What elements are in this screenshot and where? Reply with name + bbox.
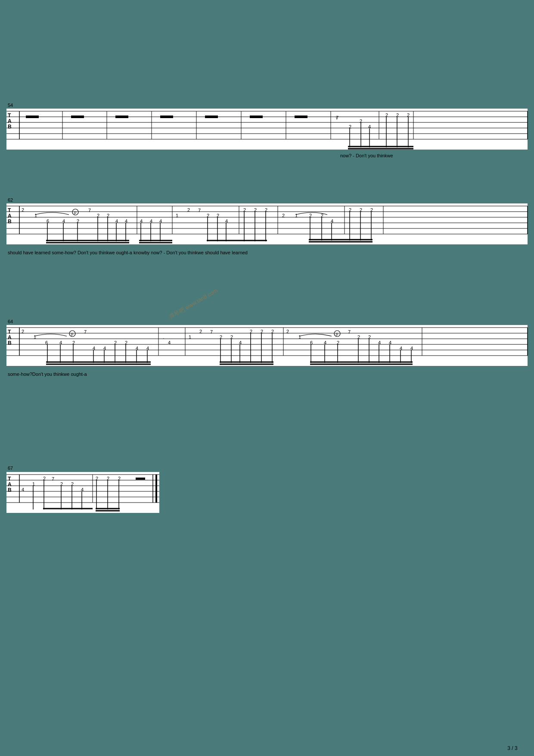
svg-text:2: 2 (282, 213, 285, 218)
svg-text:2: 2 (309, 213, 312, 218)
svg-text:T: T (8, 207, 11, 213)
svg-text:2: 2 (217, 213, 219, 218)
svg-text:6: 6 (310, 340, 313, 345)
measure-number-64: 64 (8, 319, 13, 324)
svg-text:4: 4 (239, 340, 242, 345)
svg-text:2: 2 (360, 207, 362, 212)
svg-text:4: 4 (22, 487, 24, 492)
svg-text:2: 2 (250, 329, 252, 334)
svg-text:T: T (8, 476, 11, 482)
svg-text:2: 2 (199, 329, 202, 334)
svg-text:7: 7 (336, 115, 338, 120)
measure-number-67: 67 (8, 465, 13, 471)
svg-text:2: 2 (357, 334, 360, 340)
lyrics-section1: now? - Don't you thinkwe (340, 153, 393, 158)
svg-text:7: 7 (348, 329, 351, 334)
svg-text:2: 2 (349, 124, 351, 129)
svg-text:4: 4 (146, 346, 149, 351)
svg-text:2: 2 (220, 334, 222, 340)
svg-text:2: 2 (125, 340, 127, 345)
svg-text:4: 4 (125, 219, 127, 224)
svg-text:T: T (8, 329, 11, 335)
lyrics-section2: should have learned some-how? Don't you … (8, 250, 248, 255)
svg-text:4: 4 (324, 340, 326, 345)
svg-text:2: 2 (107, 213, 109, 218)
svg-text:2: 2 (71, 481, 74, 487)
svg-text:B: B (8, 487, 12, 493)
svg-text:4: 4 (103, 346, 106, 351)
svg-text:.: . (163, 334, 164, 340)
svg-rect-22 (250, 116, 263, 118)
svg-text:7: 7 (84, 329, 87, 334)
svg-text:2: 2 (396, 112, 399, 118)
svg-text:2: 2 (114, 340, 117, 345)
svg-rect-1 (6, 109, 528, 150)
svg-text:2: 2 (337, 340, 339, 345)
svg-text:4: 4 (62, 219, 65, 224)
svg-text:2: 2 (22, 329, 24, 334)
svg-text:p: p (336, 332, 338, 336)
svg-rect-24 (295, 116, 307, 118)
lyrics-section3: some-how?Don't you thinkwe ought-a (8, 372, 87, 377)
svg-text:4: 4 (136, 346, 138, 351)
svg-text:2: 2 (118, 476, 121, 481)
svg-text:4: 4 (59, 340, 62, 345)
svg-text:2: 2 (230, 334, 233, 340)
svg-text:4: 4 (93, 346, 95, 351)
svg-text:2: 2 (265, 207, 267, 212)
svg-text:4: 4 (115, 219, 118, 224)
page-number: 3 / 3 (507, 745, 518, 751)
measure-number-62: 62 (8, 197, 13, 203)
svg-text:2: 2 (96, 476, 98, 481)
svg-text:B: B (8, 219, 12, 225)
svg-text:2: 2 (243, 207, 246, 212)
svg-rect-16 (115, 116, 128, 118)
svg-text:4: 4 (140, 219, 143, 224)
svg-text:4: 4 (150, 219, 152, 224)
svg-text:4: 4 (81, 487, 84, 492)
svg-text:4: 4 (331, 219, 333, 224)
svg-rect-231 (136, 478, 145, 480)
svg-text:2: 2 (271, 329, 274, 334)
svg-text:2: 2 (385, 112, 388, 118)
svg-text:4: 4 (389, 340, 391, 345)
svg-text:2: 2 (254, 207, 257, 212)
svg-text:2: 2 (187, 207, 190, 212)
svg-text:A: A (8, 213, 12, 219)
svg-text:4: 4 (400, 346, 402, 351)
svg-text:1: 1 (295, 213, 298, 218)
svg-text:1: 1 (189, 334, 191, 340)
svg-text:A: A (8, 481, 12, 487)
svg-text:2: 2 (43, 476, 46, 481)
svg-text:7: 7 (210, 329, 213, 334)
svg-text:2: 2 (107, 476, 109, 481)
measure-number-54: 54 (8, 103, 13, 108)
svg-text:2: 2 (370, 207, 373, 212)
svg-text:2: 2 (321, 213, 323, 218)
svg-text:p: p (74, 210, 76, 215)
svg-text:7: 7 (52, 476, 54, 481)
svg-text:2: 2 (60, 481, 63, 487)
sheet-music: 54 T A B 𝄾 7 2 2 (0, 0, 534, 756)
svg-rect-18 (160, 116, 173, 118)
svg-text:1: 1 (32, 481, 35, 487)
svg-text:7: 7 (88, 208, 91, 213)
svg-text:2: 2 (207, 213, 209, 218)
svg-text:4: 4 (168, 340, 171, 345)
svg-text:2: 2 (22, 207, 24, 212)
svg-text:2: 2 (72, 340, 75, 345)
svg-text:1: 1 (34, 334, 36, 340)
svg-text:2: 2 (286, 329, 289, 334)
svg-text:2: 2 (261, 329, 263, 334)
svg-text:A: A (8, 118, 12, 124)
svg-text:1: 1 (298, 334, 301, 340)
svg-rect-12 (26, 116, 39, 118)
svg-rect-20 (205, 116, 218, 118)
svg-text:4: 4 (378, 340, 381, 345)
svg-text:7: 7 (198, 208, 201, 213)
svg-text:4: 4 (410, 346, 413, 351)
svg-text:T: T (8, 112, 11, 119)
svg-text:6: 6 (47, 219, 49, 224)
svg-text:2: 2 (77, 219, 79, 224)
svg-text:p: p (71, 332, 73, 336)
